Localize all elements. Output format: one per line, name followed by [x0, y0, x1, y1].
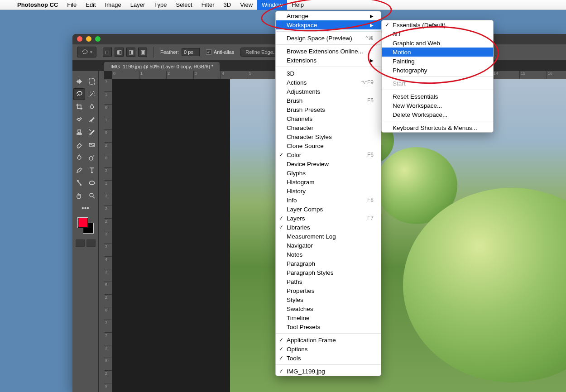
- quickmask-icon[interactable]: [76, 239, 85, 247]
- menu-item[interactable]: New Workspace...: [382, 101, 493, 110]
- menubar-3d[interactable]: 3D: [219, 0, 236, 10]
- selection-intersect-icon[interactable]: ▣: [138, 48, 147, 57]
- eraser-tool[interactable]: [73, 139, 85, 151]
- menu-item[interactable]: Timeline: [276, 313, 381, 322]
- menu-item[interactable]: Design Space (Preview)^⌘: [276, 33, 381, 43]
- gradient-tool[interactable]: [86, 139, 98, 151]
- menu-item[interactable]: ✓Application Frame: [276, 335, 381, 344]
- menubar-layer[interactable]: Layer: [126, 0, 150, 10]
- menubar-edit[interactable]: Edit: [81, 0, 100, 10]
- foreground-color-swatch[interactable]: [78, 218, 88, 228]
- menu-item[interactable]: Workspace▶: [276, 20, 381, 29]
- menu-item[interactable]: Motion: [382, 48, 493, 57]
- menu-item[interactable]: Paths: [276, 277, 381, 286]
- selection-add-icon[interactable]: ◧: [115, 48, 124, 57]
- menu-item[interactable]: Delete Workspace...: [382, 110, 493, 119]
- path-tool[interactable]: [73, 177, 85, 189]
- submenu-arrow-icon: ▶: [363, 23, 374, 28]
- menu-item[interactable]: Character Styles: [276, 132, 381, 141]
- menu-item[interactable]: ✓Tools: [276, 354, 381, 363]
- menu-item[interactable]: ✓Options: [276, 344, 381, 354]
- window-close-button[interactable]: [77, 36, 82, 42]
- menu-item[interactable]: Arrange▶: [276, 11, 381, 20]
- menu-item[interactable]: Channels: [276, 114, 381, 123]
- more-tools-icon[interactable]: •••: [82, 202, 89, 214]
- selection-new-icon[interactable]: ◻: [103, 48, 112, 57]
- lasso-tool[interactable]: [73, 88, 85, 100]
- menu-item[interactable]: Clone Source: [276, 141, 381, 150]
- window-minimize-button[interactable]: [86, 36, 91, 42]
- menu-item[interactable]: Paragraph Styles: [276, 268, 381, 277]
- menubar-type[interactable]: Type: [149, 0, 171, 10]
- pen-tool[interactable]: [73, 164, 85, 176]
- screenmode-icon[interactable]: [86, 239, 96, 247]
- menu-item[interactable]: InfoF8: [276, 196, 381, 205]
- menu-item[interactable]: Swatches: [276, 304, 381, 313]
- menu-item[interactable]: Navigator: [276, 241, 381, 250]
- move-tool[interactable]: [73, 76, 85, 87]
- color-swatches[interactable]: [78, 218, 93, 233]
- menu-item[interactable]: Adjustments: [276, 87, 381, 96]
- crop-tool[interactable]: [73, 101, 85, 113]
- dodge-tool[interactable]: [86, 152, 98, 163]
- menu-item[interactable]: ✓LayersF7: [276, 214, 381, 223]
- menu-item[interactable]: 3D: [276, 69, 381, 78]
- menu-item[interactable]: Tool Presets: [276, 322, 381, 331]
- history-brush-tool[interactable]: [86, 126, 98, 138]
- menu-item[interactable]: ✓Essentials (Default): [382, 20, 493, 29]
- eyedropper-tool[interactable]: [86, 101, 98, 113]
- marquee-tool[interactable]: [86, 76, 98, 87]
- wand-tool[interactable]: [86, 88, 98, 100]
- window-zoom-button[interactable]: [95, 36, 101, 42]
- menu-item[interactable]: Character: [276, 123, 381, 132]
- menu-item[interactable]: Keyboard Shortcuts & Menus...: [382, 123, 493, 132]
- menu-item[interactable]: Paragraph: [276, 259, 381, 268]
- anti-alias-checkbox[interactable]: ✓ Anti-alias: [206, 49, 234, 55]
- menu-item[interactable]: Graphic and Web: [382, 38, 493, 48]
- menu-item[interactable]: Actions⌥F9: [276, 78, 381, 87]
- menu-item[interactable]: Properties: [276, 286, 381, 295]
- menu-item[interactable]: Photography: [382, 66, 493, 75]
- menubar-image[interactable]: Image: [101, 0, 126, 10]
- healing-tool[interactable]: [73, 114, 85, 125]
- menubar-window[interactable]: Window: [257, 0, 287, 10]
- menu-item[interactable]: Layer Comps: [276, 205, 381, 214]
- menu-item[interactable]: Histogram: [276, 177, 381, 186]
- menubar-filter[interactable]: Filter: [197, 0, 219, 10]
- stamp-tool[interactable]: [73, 126, 85, 138]
- type-tool[interactable]: [86, 164, 98, 176]
- menu-item[interactable]: Styles: [276, 295, 381, 304]
- zoom-tool[interactable]: [86, 190, 98, 201]
- check-icon: ✓: [279, 346, 283, 352]
- submenu-arrow-icon: ▶: [363, 14, 374, 19]
- menu-item[interactable]: BrushF5: [276, 96, 381, 105]
- feather-input[interactable]: [182, 48, 200, 56]
- menu-item[interactable]: Glyphs: [276, 168, 381, 177]
- selection-subtract-icon[interactable]: ◨: [126, 48, 135, 57]
- brush-tool[interactable]: [86, 114, 98, 125]
- hand-tool[interactable]: [73, 190, 85, 201]
- menu-item[interactable]: Device Preview: [276, 159, 381, 168]
- ruler-vertical[interactable]: 7181920212223242526272829303132333435363…: [104, 79, 112, 392]
- document-tab[interactable]: IMG_1199.jpg @ 50% (Layer 0 copy, RGB/8)…: [104, 62, 220, 71]
- shape-tool[interactable]: [86, 177, 98, 189]
- menu-item[interactable]: Brush Presets: [276, 105, 381, 114]
- menu-item[interactable]: History: [276, 186, 381, 196]
- menubar-view[interactable]: View: [235, 0, 257, 10]
- menu-item[interactable]: 3D: [382, 29, 493, 38]
- menu-item[interactable]: ✓IMG_1199.jpg: [276, 367, 381, 376]
- menu-item[interactable]: Browse Extensions Online...: [276, 47, 381, 56]
- menu-item[interactable]: Measurement Log: [276, 232, 381, 241]
- menu-item[interactable]: Extensions▶: [276, 56, 381, 65]
- menubar-file[interactable]: File: [62, 0, 81, 10]
- menu-item[interactable]: Painting: [382, 57, 493, 66]
- menu-item[interactable]: Reset Essentials: [382, 92, 493, 101]
- menubar-app[interactable]: Photoshop CC: [13, 0, 62, 10]
- menu-item[interactable]: ✓Libraries: [276, 223, 381, 232]
- blur-tool[interactable]: [73, 152, 85, 163]
- menu-item[interactable]: ✓ColorF6: [276, 150, 381, 159]
- tool-preset-picker[interactable]: ▾: [77, 47, 96, 57]
- menu-item[interactable]: Notes: [276, 250, 381, 259]
- menubar-help[interactable]: Help: [287, 0, 308, 10]
- menubar-select[interactable]: Select: [171, 0, 197, 10]
